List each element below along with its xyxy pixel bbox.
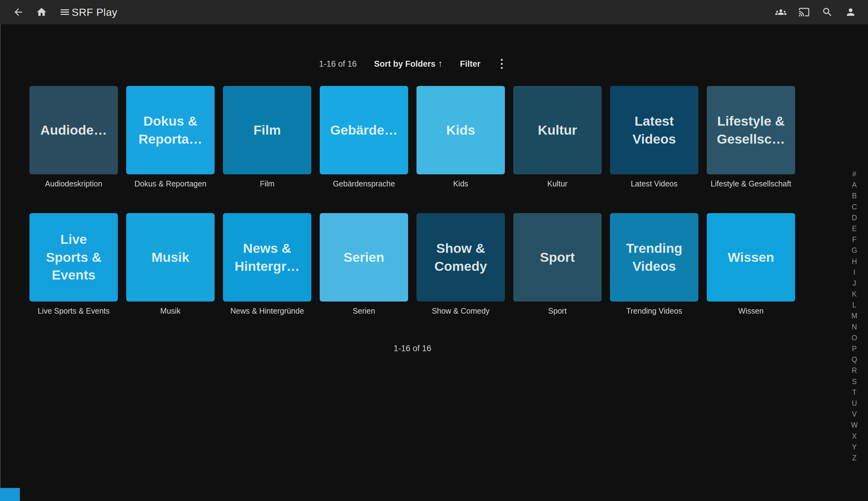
alphabet-letter[interactable]: T [852, 389, 857, 396]
folder-card[interactable]: Serien Serien [320, 213, 408, 315]
folder-card[interactable]: Show & Comedy Show & Comedy [416, 213, 505, 315]
folder-card[interactable]: Film Film [223, 86, 311, 188]
folder-card[interactable]: Live Sports & Events Live Sports & Event… [30, 213, 118, 315]
kebab-dot [501, 59, 503, 61]
alphabet-letter[interactable]: F [852, 236, 857, 243]
folder-card[interactable]: Musik Musik [126, 213, 215, 315]
folder-caption: Sport [513, 307, 601, 315]
search-button[interactable] [821, 5, 834, 19]
cast-icon [799, 7, 810, 18]
kebab-dot [501, 67, 503, 69]
alphabet-letter[interactable]: V [852, 411, 857, 418]
folder-card[interactable]: Kultur Kultur [513, 86, 601, 188]
folder-tile-label: Trending Videos [618, 239, 690, 275]
alphabet-letter[interactable]: C [852, 203, 857, 211]
folder-caption: Lifestyle & Gesellschaft [707, 179, 795, 188]
alphabet-letter[interactable]: P [852, 345, 857, 352]
item-count-bottom: 1-16 of 16 [0, 344, 825, 353]
group-people-icon [775, 7, 786, 18]
sort-ascending-arrow-icon: ↑ [438, 58, 443, 69]
folder-grid: Audiode… Audiodeskription Dokus & Report… [30, 86, 795, 315]
alphabet-letter[interactable]: Y [852, 444, 857, 451]
folder-caption: Latest Videos [610, 179, 698, 188]
alphabet-letter[interactable]: D [852, 214, 857, 222]
alphabet-letter[interactable]: K [852, 291, 857, 298]
library-toolbar: 1-16 of 16 Sort by Folders ↑ Filter [0, 57, 825, 71]
user-profile-button[interactable] [844, 5, 857, 19]
folder-tile[interactable]: Kids [416, 86, 505, 174]
folder-tile[interactable]: Kultur [513, 86, 601, 174]
folder-tile[interactable]: Latest Videos [610, 86, 698, 174]
folder-caption: Show & Comedy [416, 307, 505, 315]
cast-button[interactable] [797, 5, 811, 19]
alphabet-letter[interactable]: H [852, 258, 857, 265]
folder-tile[interactable]: Sport [513, 213, 601, 301]
alphabet-letter[interactable]: # [853, 171, 857, 178]
alphabet-letter[interactable]: L [853, 301, 857, 309]
folder-tile-label: Dokus & Reporta… [134, 112, 207, 148]
alphabet-letter[interactable]: R [852, 367, 857, 374]
back-button[interactable] [11, 5, 25, 19]
syncplay-button[interactable] [774, 5, 788, 19]
folder-card[interactable]: Dokus & Reporta… Dokus & Reportagen [126, 86, 215, 188]
folder-card[interactable]: News & Hintergr… News & Hintergründe [223, 213, 311, 315]
folder-tile[interactable]: Audiode… [30, 86, 118, 174]
hamburger-menu-icon [59, 7, 70, 18]
folder-caption: Live Sports & Events [30, 307, 118, 315]
alphabet-letter[interactable]: Q [851, 356, 857, 363]
more-options-button[interactable] [498, 57, 506, 71]
alphabet-letter[interactable]: M [851, 312, 857, 320]
alphabet-letter[interactable]: J [853, 280, 856, 287]
folder-caption: Kultur [513, 179, 601, 188]
page-title: SRF Play [72, 6, 118, 18]
folder-tile-label: Musik [134, 248, 207, 266]
alphabet-letter[interactable]: Z [852, 455, 857, 462]
alphabet-letter[interactable]: E [852, 225, 857, 232]
folder-tile[interactable]: Film [223, 86, 311, 174]
menu-button[interactable] [58, 5, 72, 19]
folder-tile-label: Audiode… [37, 121, 110, 139]
folder-tile[interactable]: Live Sports & Events [30, 213, 118, 301]
folder-caption: Serien [320, 307, 408, 315]
alphabet-letter[interactable]: S [852, 378, 857, 385]
alphabet-letter[interactable]: B [852, 192, 857, 200]
folder-card[interactable]: Kids Kids [416, 86, 505, 188]
alphabet-letter[interactable]: X [852, 433, 857, 440]
folder-card[interactable]: Sport Sport [513, 213, 601, 315]
folder-tile-label: Show & Comedy [424, 239, 497, 275]
folder-tile-label: Gebärde… [328, 121, 400, 139]
alphabet-letter[interactable]: A [852, 181, 857, 189]
alphabet-letter[interactable]: G [851, 247, 857, 254]
folder-card[interactable]: Trending Videos Trending Videos [610, 213, 698, 315]
search-icon [822, 7, 833, 18]
folder-card[interactable]: Audiode… Audiodeskription [30, 86, 118, 188]
appbar-left-group [0, 5, 72, 19]
bottom-left-blue-fragment [0, 488, 20, 501]
alphabet-letter[interactable]: U [852, 400, 857, 407]
alphabet-letter[interactable]: O [851, 334, 857, 342]
item-count-top: 1-16 of 16 [319, 59, 357, 69]
alphabet-letter[interactable]: N [852, 323, 857, 331]
folder-card[interactable]: Lifestyle & Gesellsc… Lifestyle & Gesell… [707, 86, 795, 188]
folder-tile[interactable]: News & Hintergr… [223, 213, 311, 301]
folder-tile[interactable]: Dokus & Reporta… [126, 86, 215, 174]
alphabet-letter[interactable]: W [851, 422, 858, 429]
alphabet-letter[interactable]: I [854, 269, 855, 276]
folder-caption: Musik [126, 307, 215, 315]
folder-caption: Audiodeskription [30, 179, 118, 188]
folder-card[interactable]: Latest Videos Latest Videos [610, 86, 698, 188]
folder-tile[interactable]: Serien [320, 213, 408, 301]
folder-tile[interactable]: Trending Videos [610, 213, 698, 301]
folder-tile[interactable]: Wissen [707, 213, 795, 301]
folder-card[interactable]: Wissen Wissen [707, 213, 795, 315]
filter-button[interactable]: Filter [460, 59, 480, 69]
folder-tile[interactable]: Gebärde… [320, 86, 408, 174]
sort-button[interactable]: Sort by Folders ↑ [374, 58, 443, 69]
home-button[interactable] [35, 5, 48, 19]
folder-tile[interactable]: Lifestyle & Gesellsc… [707, 86, 795, 174]
alphabet-scrubber[interactable]: #ABCDEFGHIJKLMNOPQRSTUVWXYZ [847, 171, 861, 462]
folder-tile[interactable]: Musik [126, 213, 215, 301]
folder-tile-label: Kultur [521, 121, 594, 139]
folder-tile[interactable]: Show & Comedy [416, 213, 505, 301]
folder-card[interactable]: Gebärde… Gebärdensprache [320, 86, 408, 188]
